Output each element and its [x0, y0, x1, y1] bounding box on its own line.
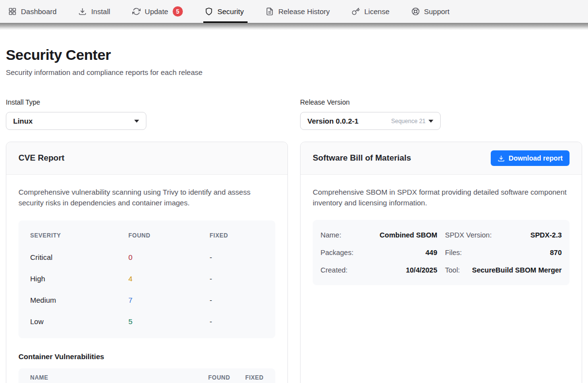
list-item: Tool: SecureBuild SBOM Merger	[445, 261, 562, 279]
nav-item-install[interactable]: Install	[78, 0, 110, 23]
cards-row: CVE Report Comprehensive vulnerability s…	[6, 142, 582, 383]
nav-item-license[interactable]: License	[352, 0, 390, 23]
cve-report-description: Comprehensive vulnerability scanning usi…	[18, 187, 275, 208]
nav-label: Security	[217, 7, 244, 16]
dashboard-grid-icon	[8, 7, 17, 16]
cve-report-header: CVE Report	[6, 142, 287, 175]
release-version-label: Release Version	[300, 98, 582, 106]
severity-name: Low	[30, 317, 128, 326]
sbom-detail-value: Combined SBOM	[380, 231, 437, 239]
sbom-title: Software Bill of Materials	[313, 153, 411, 163]
severity-found-count: 5	[128, 317, 210, 326]
cve-report-card: CVE Report Comprehensive vulnerability s…	[6, 142, 288, 383]
container-vulnerabilities-table-header: NAME FOUND FIXED	[18, 368, 275, 383]
download-icon	[78, 7, 87, 16]
nav-item-dashboard[interactable]: Dashboard	[8, 0, 56, 23]
release-version-filter: Release Version Version 0.0.2-1 Sequence…	[300, 98, 582, 130]
install-type-value: Linux	[13, 117, 33, 125]
severity-fixed-count: -	[210, 253, 264, 261]
col-fixed: FIXED	[210, 232, 264, 239]
severity-found-count: 7	[128, 296, 210, 304]
col-severity: SEVERITY	[30, 232, 128, 239]
install-type-filter: Install Type Linux	[6, 98, 288, 130]
sbom-description: Comprehensive SBOM in SPDX format provid…	[313, 187, 570, 208]
key-icon	[352, 7, 360, 16]
nav-item-support[interactable]: Support	[411, 0, 450, 23]
top-navigation: Dashboard Install Update 5 Security Rele…	[0, 0, 588, 23]
severity-name: Critical	[30, 253, 128, 261]
table-row: Critical 0 -	[30, 247, 264, 268]
install-type-label: Install Type	[6, 98, 288, 106]
sbom-detail-value: SPDX-2.3	[531, 231, 562, 239]
sbom-detail-value: 10/4/2025	[406, 266, 437, 274]
download-icon	[498, 155, 505, 162]
severity-fixed-count: -	[210, 317, 264, 326]
severity-name: Medium	[30, 296, 128, 304]
release-version-select[interactable]: Version 0.0.2-1 Sequence 21	[300, 112, 441, 130]
severity-table-header: SEVERITY FOUND FIXED	[30, 228, 264, 243]
shield-icon	[205, 7, 213, 16]
download-report-label: Download report	[509, 154, 563, 162]
nav-label: License	[364, 7, 390, 16]
document-icon	[266, 7, 274, 16]
nav-shadow-divider	[0, 23, 588, 30]
col-found: FOUND	[208, 374, 230, 381]
nav-item-update[interactable]: Update 5	[132, 0, 183, 23]
nav-label: Support	[424, 7, 450, 16]
list-item: Name: Combined SBOM	[321, 226, 437, 244]
install-type-select[interactable]: Linux	[6, 112, 146, 130]
severity-fixed-count: -	[210, 296, 264, 304]
download-report-button[interactable]: Download report	[491, 150, 570, 166]
sbom-detail-label: Created:	[321, 266, 348, 274]
cve-report-body: Comprehensive vulnerability scanning usi…	[6, 175, 287, 383]
sbom-details-grid: Name: Combined SBOM SPDX Version: SPDX-2…	[313, 220, 570, 285]
list-item: Packages: 449	[321, 244, 437, 261]
page-title: Security Center	[6, 47, 582, 63]
col-fixed: FIXED	[245, 374, 264, 381]
refresh-icon	[132, 7, 141, 16]
table-row: High 4 -	[30, 268, 264, 290]
severity-found-count: 0	[128, 253, 210, 261]
sbom-detail-value: SecureBuild SBOM Merger	[472, 266, 562, 274]
update-count-badge: 5	[173, 6, 183, 17]
list-item: SPDX Version: SPDX-2.3	[445, 226, 562, 244]
severity-table: SEVERITY FOUND FIXED Critical 0 - High 4…	[18, 220, 275, 338]
nav-label: Update	[145, 7, 168, 16]
sbom-detail-label: Files:	[445, 249, 462, 256]
sbom-header: Software Bill of Materials Download repo…	[301, 142, 582, 175]
main-content: Security Center Security information and…	[0, 47, 588, 383]
sbom-detail-label: Tool:	[445, 266, 460, 274]
nav-label: Install	[91, 7, 110, 16]
sbom-detail-value: 449	[426, 249, 437, 256]
nav-label: Dashboard	[21, 7, 56, 16]
sbom-card: Software Bill of Materials Download repo…	[300, 142, 582, 383]
chevron-down-icon	[428, 120, 433, 123]
sbom-detail-label: SPDX Version:	[445, 231, 492, 239]
sbom-detail-label: Packages:	[321, 249, 354, 256]
nav-item-security[interactable]: Security	[205, 0, 244, 23]
sequence-hint: Sequence 21	[391, 118, 433, 125]
container-vulnerabilities-title: Container Vulnerabilities	[18, 352, 275, 361]
filters-row: Install Type Linux Release Version Versi…	[6, 98, 582, 130]
list-item: Files: 870	[445, 244, 562, 261]
nav-item-release-history[interactable]: Release History	[266, 0, 330, 23]
severity-fixed-count: -	[210, 274, 264, 283]
col-found: FOUND	[128, 232, 210, 239]
list-item: Created: 10/4/2025	[321, 261, 437, 279]
severity-found-count: 4	[128, 274, 210, 283]
sequence-hint-text: Sequence 21	[391, 118, 426, 125]
sbom-body: Comprehensive SBOM in SPDX format provid…	[301, 175, 582, 297]
severity-name: High	[30, 274, 128, 283]
sbom-detail-label: Name:	[321, 231, 341, 239]
nav-label: Release History	[278, 7, 330, 16]
table-row: Low 5 -	[30, 311, 264, 332]
table-row: Medium 7 -	[30, 290, 264, 311]
cve-report-title: CVE Report	[18, 153, 64, 163]
col-name: NAME	[30, 374, 48, 381]
chevron-down-icon	[134, 120, 139, 123]
lifebuoy-icon	[411, 7, 420, 16]
sbom-detail-value: 870	[550, 249, 562, 256]
release-version-value: Version 0.0.2-1	[307, 117, 358, 125]
page-subtitle: Security information and compliance repo…	[6, 68, 582, 76]
